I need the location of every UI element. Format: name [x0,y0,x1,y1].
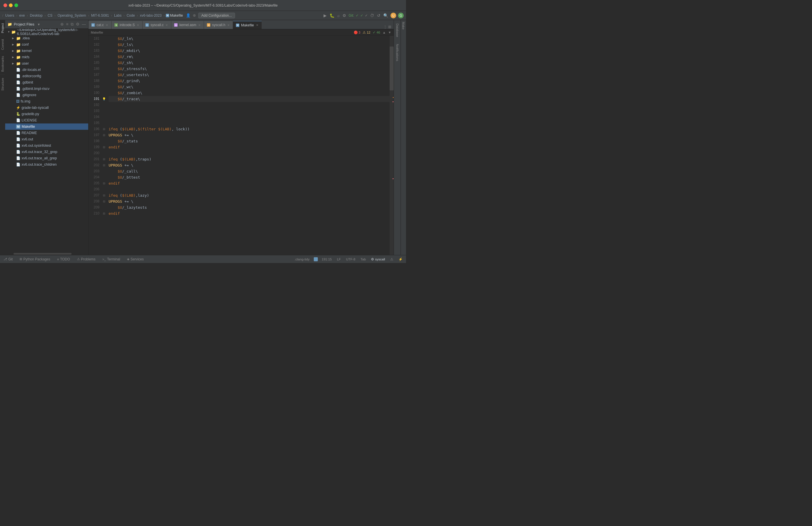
bottom-tab-todo[interactable]: ≡ TODO [56,257,71,262]
list-item[interactable]: 📄 xv6.out [5,136,88,142]
bulb-indicator-191[interactable]: 💡 [102,96,106,102]
tab-more-icon[interactable]: ⋮ [383,25,387,29]
file-tree-content[interactable]: ▼ 📁 ~/Desktop/CS/Operating_System/MIT-6.… [5,29,88,253]
left-tab-project[interactable]: Project [0,20,5,36]
list-item[interactable]: ▶ 📁 kernel [5,48,88,54]
fold-205[interactable]: ⊟ [102,180,106,186]
list-item[interactable]: 📄 xv6.out.trace_children [5,161,88,168]
list-item[interactable]: 📄 xv6.out.trace_all_grep [5,155,88,161]
bottom-tab-python[interactable]: ⊞ Python Packages [18,257,51,262]
nav-item-users[interactable]: Users [4,13,15,18]
fold-197[interactable]: ⊟ [102,132,106,138]
add-configuration-button[interactable]: Add Configuration... [198,13,235,18]
nav-user-icon[interactable]: 👤 [186,13,190,17]
close-button[interactable] [3,3,7,7]
error-collapse-icon[interactable]: ▼ [388,31,391,34]
fold-208[interactable]: ⊟ [102,198,106,205]
fold-199[interactable]: ⊟ [102,144,106,150]
tab-makefile[interactable]: M Makefile ✕ [233,21,262,29]
make-panel-tab[interactable]: Make [401,20,406,255]
bottom-tab-git[interactable]: ⎇ Git [2,257,14,262]
nav-item-mit[interactable]: MIT-6.S081 [90,13,110,18]
list-item[interactable]: 📄 .gdbinit.tmpl-riscv [5,86,88,92]
status-warnings-icon[interactable]: ⚠ [389,257,394,261]
status-clang-tidy[interactable]: .clang-tidy [293,257,310,261]
list-item[interactable]: 📄 LICENSE [5,117,88,123]
status-power-icon[interactable]: ⚡ [397,257,404,261]
error-expand-icon[interactable]: ▲ [382,31,386,34]
minimize-button[interactable] [9,3,13,7]
user-avatar[interactable]: U [391,13,396,18]
file-tree-scroll-thumb[interactable] [14,253,72,255]
nav-search-icon[interactable]: ⌕ [337,13,340,18]
list-item[interactable]: ▶ 📁 mkfs [5,54,88,60]
status-position[interactable]: 191:15 [321,257,333,261]
status-indent[interactable]: Tab [360,257,367,261]
tab-close-syscall-h[interactable]: ✕ [227,23,230,27]
nav-share-icon[interactable]: ⊕ [193,13,196,17]
tree-collapse-icon[interactable]: — [82,22,86,27]
tree-filter-icon[interactable]: ⧉ [71,22,74,27]
list-item[interactable]: 📄 .gdbinit [5,79,88,86]
bottom-tab-problems[interactable]: ⚠ Problems [76,257,97,262]
status-profile[interactable]: ⚙ syscall [370,257,386,261]
run-button[interactable]: ▶ [323,13,327,18]
git-undo-icon[interactable]: ↺ [376,13,381,18]
bottom-tab-services[interactable]: ◈ Services [126,257,145,262]
left-tab-structure[interactable]: Structure [0,75,5,94]
tab-close-kernel-asm[interactable]: ✕ [198,23,201,27]
list-item[interactable]: 🖼 fs.img [5,98,88,105]
nav-item-eve[interactable]: eve [18,13,26,18]
tree-item-makefile[interactable]: M Makefile [5,123,88,130]
right-tab-notifications[interactable]: Notifications [395,41,400,65]
fold-210[interactable]: ⊟ [102,210,106,216]
left-tab-bookmarks[interactable]: Bookmarks [0,53,5,75]
maximize-button[interactable] [14,3,18,7]
nav-item-makefile[interactable]: M Makefile [166,14,183,17]
list-item[interactable]: 📄 .editorconfig [5,73,88,79]
tab-close-initcode[interactable]: ✕ [136,23,139,27]
list-item[interactable]: ⚡ grade-lab-syscall [5,105,88,111]
scroll-thumb[interactable] [390,46,394,90]
list-item[interactable]: 📄 README [5,130,88,136]
nav-item-code[interactable]: Code [126,13,136,18]
tab-close-syscall-c[interactable]: ✕ [165,23,168,27]
list-item[interactable]: 📄 xv6.out.sysinfotest [5,142,88,149]
nav-item-xv6[interactable]: xv6-labs-2023 [139,13,162,18]
list-item[interactable]: 📄 xv6.out.trace_32_grep [5,149,88,155]
tree-dropdown-icon[interactable]: ▼ [37,23,41,26]
fold-202[interactable]: ⊟ [102,162,106,168]
tab-close-cat[interactable]: ✕ [105,23,108,27]
right-tab-database[interactable]: Database [395,20,400,41]
status-line-ending[interactable]: LF [336,257,342,261]
tab-initcode-s[interactable]: S initcode.S ✕ [112,21,143,29]
tab-cat-c[interactable]: C cat.c ✕ [88,21,112,29]
list-item[interactable]: 🐍 gradelib.py [5,111,88,117]
nav-search-big-icon[interactable]: 🔍 [383,13,389,18]
tree-root[interactable]: ▼ 📁 ~/Desktop/CS/Operating_System/MIT-6.… [5,29,88,35]
status-encoding[interactable]: UTF-8 [345,257,357,261]
editor-scrollbar[interactable] [390,35,394,255]
tab-syscall-c[interactable]: C syscall.c ✕ [143,21,171,29]
nav-item-labs[interactable]: Labs [113,13,122,18]
list-item[interactable]: 📄 .dir-locals.el [5,66,88,73]
nav-item-os[interactable]: Operating_System [57,13,87,18]
bc-makefile[interactable]: Makefile [91,31,103,34]
tree-locate-icon[interactable]: ⊕ [60,22,64,27]
bottom-tab-terminal[interactable]: >_ Terminal [101,257,121,262]
tree-settings-icon[interactable]: ⚙ [76,22,79,27]
fold-207[interactable]: ⊟ [102,192,106,198]
user-avatar-2[interactable]: G [398,13,404,18]
code-editor[interactable]: $U/_ln\ $U/_ls\ $U/_mkdir\ $U/_rm\ $U/_s… [106,35,390,255]
nav-item-cs[interactable]: CS [47,13,54,18]
list-item[interactable]: ▶ 📁 .idea [5,35,88,41]
file-tree-scrollbar[interactable] [5,253,88,255]
debug-button[interactable]: 🐛 [329,13,335,18]
tab-syscall-h[interactable]: H syscall.h ✕ [204,21,233,29]
tab-close-makefile[interactable]: ✕ [256,23,259,27]
list-item[interactable]: ▶ 📁 user [5,60,88,66]
nav-settings-icon[interactable]: ⚙ [342,13,347,18]
list-item[interactable]: ▶ 📁 conf [5,41,88,48]
tab-kernel-asm[interactable]: A kernel.asm ✕ [171,21,204,29]
tab-split-icon[interactable]: ⊞ [388,25,391,29]
